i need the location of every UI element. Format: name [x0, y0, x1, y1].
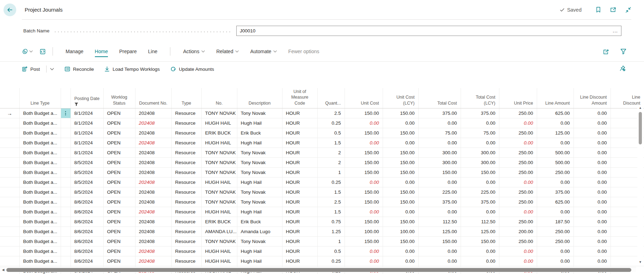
table-row[interactable]: Both Budget a...8/6/2024OPEN202408Resour…: [0, 217, 644, 226]
cell-posting-date[interactable]: 8/6/2024: [71, 207, 103, 217]
cell-unit-cost-lcy[interactable]: 0.00: [383, 118, 418, 128]
cell-indicator[interactable]: [0, 118, 19, 128]
cell-quantity[interactable]: 1: [317, 167, 345, 177]
cell-worklog-status[interactable]: OPEN: [103, 207, 135, 217]
cell-type[interactable]: Resource: [171, 118, 201, 128]
col-posting-date[interactable]: Posting Date: [71, 88, 103, 108]
table-row[interactable]: Both Budget a...8/5/2024OPEN202408Resour…: [0, 167, 644, 177]
cell-posting-date[interactable]: 8/6/2024: [71, 236, 103, 246]
menu-related[interactable]: Related: [216, 46, 239, 57]
table-row[interactable]: Both Budget a...8/6/2024OPEN202408Resour…: [0, 236, 644, 246]
cell-no[interactable]: TONY NOVAK: [201, 197, 237, 207]
cell-line-amount[interactable]: 250.00: [537, 236, 573, 246]
cell-dots[interactable]: [61, 128, 71, 138]
filter-button[interactable]: [620, 49, 626, 54]
cell-quantity[interactable]: 2: [317, 148, 345, 157]
cell-description[interactable]: Tony Novak: [237, 157, 282, 167]
cell-worklog-status[interactable]: OPEN: [103, 167, 135, 177]
cell-unit-price[interactable]: 250.00: [499, 197, 537, 207]
cell-line-type[interactable]: Both Budget a...: [19, 256, 61, 266]
cell-line-type[interactable]: Both Budget a...: [19, 197, 61, 207]
table-row[interactable]: Both Budget a...8/6/2024OPEN202408Resour…: [0, 256, 644, 266]
cell-no[interactable]: TONY NOVAK: [201, 167, 237, 177]
cell-document-no[interactable]: 202408: [135, 148, 171, 157]
menu-actions[interactable]: Actions: [183, 46, 205, 57]
table-row[interactable]: Both Budget a...8/6/2024OPEN202408Resour…: [0, 246, 644, 256]
cell-type[interactable]: Resource: [171, 108, 201, 118]
cell-type[interactable]: Resource: [171, 207, 201, 217]
cell-unit-cost[interactable]: 150.00: [345, 148, 383, 157]
horizontal-scrollbar-thumb[interactable]: [6, 268, 631, 272]
cell-quantity[interactable]: 2.5: [317, 108, 345, 118]
cell-line-amount[interactable]: 125.00: [537, 128, 573, 138]
cell-worklog-status[interactable]: OPEN: [103, 148, 135, 157]
cell-quantity[interactable]: 0.75: [317, 217, 345, 226]
cell-posting-date[interactable]: 8/1/2024: [71, 108, 103, 118]
cell-total-cost-lcy[interactable]: 0.00: [461, 118, 499, 128]
cell-type[interactable]: Resource: [171, 157, 201, 167]
post-button[interactable]: Post: [22, 66, 54, 73]
cell-unit-price[interactable]: 0.00: [499, 256, 537, 266]
cell-line-discount-amount[interactable]: 0.00: [573, 246, 610, 256]
cell-posting-date[interactable]: 8/1/2024: [71, 148, 103, 157]
cell-uom[interactable]: HOUR: [282, 108, 317, 118]
cell-posting-date[interactable]: 8/1/2024: [71, 128, 103, 138]
cell-posting-date[interactable]: 8/1/2024: [71, 138, 103, 148]
back-button[interactable]: [4, 4, 16, 16]
cell-document-no[interactable]: 202408: [135, 236, 171, 246]
scroll-down-icon[interactable]: ▼: [639, 259, 642, 265]
cell-document-no[interactable]: 202408: [135, 108, 171, 118]
cell-line-amount[interactable]: 0.00: [537, 118, 573, 128]
col-type[interactable]: Type: [171, 88, 201, 108]
cell-unit-price[interactable]: 0.00: [499, 138, 537, 148]
cell-line-type[interactable]: Both Budget a...: [19, 157, 61, 167]
table-row[interactable]: Both Budget a...8/1/2024OPEN202408Resour…: [0, 128, 644, 138]
cell-unit-price[interactable]: 250.00: [499, 236, 537, 246]
cell-total-cost[interactable]: 0.00: [418, 177, 461, 187]
cell-no[interactable]: AMANDA LU...: [201, 226, 237, 236]
cell-line-amount[interactable]: 250.00: [537, 167, 573, 177]
cell-total-cost-lcy[interactable]: 125.00: [461, 226, 499, 236]
cell-unit-price[interactable]: 250.00: [499, 217, 537, 226]
row-options-button[interactable]: ⋮: [61, 108, 71, 118]
cell-dots[interactable]: [61, 148, 71, 157]
cell-description[interactable]: Tony Novak: [237, 108, 282, 118]
col-quantity[interactable]: Quant...: [317, 88, 345, 108]
tab-line[interactable]: Line: [148, 46, 157, 57]
cell-uom[interactable]: HOUR: [282, 197, 317, 207]
fewer-options-button[interactable]: Fewer options: [288, 46, 319, 57]
current-row-marker[interactable]: →: [0, 108, 19, 118]
cell-document-no[interactable]: 202408: [135, 177, 171, 187]
cell-line-discount-amount[interactable]: 0.00: [573, 256, 610, 266]
cell-worklog-status[interactable]: OPEN: [103, 256, 135, 266]
cell-unit-price[interactable]: 250.00: [499, 187, 537, 197]
cell-dots[interactable]: [61, 226, 71, 236]
cell-no[interactable]: TONY NOVAK: [201, 148, 237, 157]
cell-indicator[interactable]: [0, 197, 19, 207]
cell-line-discount-amount[interactable]: 0.00: [573, 236, 610, 246]
cell-total-cost-lcy[interactable]: 0.00: [461, 256, 499, 266]
cell-unit-cost-lcy[interactable]: 150.00: [383, 167, 418, 177]
cell-line-type[interactable]: Both Budget a...: [19, 236, 61, 246]
cell-posting-date[interactable]: 8/1/2024: [71, 118, 103, 128]
cell-unit-cost-lcy[interactable]: 150.00: [383, 128, 418, 138]
cell-worklog-status[interactable]: OPEN: [103, 138, 135, 148]
cell-line-type[interactable]: Both Budget a...: [19, 108, 61, 118]
table-row[interactable]: Both Budget a...8/1/2024OPEN202408Resour…: [0, 148, 644, 157]
col-no[interactable]: No.: [201, 88, 237, 108]
cell-line-amount[interactable]: 625.00: [537, 197, 573, 207]
cell-indicator[interactable]: [0, 256, 19, 266]
scroll-left-icon[interactable]: ◀: [0, 268, 6, 272]
cell-total-cost[interactable]: 375.00: [418, 197, 461, 207]
cell-line-amount[interactable]: 0.00: [537, 256, 573, 266]
cell-description[interactable]: Hugh Hail: [237, 177, 282, 187]
cell-type[interactable]: Resource: [171, 177, 201, 187]
cell-unit-cost-lcy[interactable]: 150.00: [383, 217, 418, 226]
cell-document-no[interactable]: 202408: [135, 167, 171, 177]
cell-dots[interactable]: [61, 246, 71, 256]
cell-description[interactable]: Hugh Hail: [237, 207, 282, 217]
table-row[interactable]: →Both Budget a...⋮8/1/2024OPEN202408Reso…: [0, 108, 644, 118]
cell-line-discount-amount[interactable]: 0.00: [573, 118, 610, 128]
cell-worklog-status[interactable]: OPEN: [103, 177, 135, 187]
cell-document-no[interactable]: 202408: [135, 256, 171, 266]
